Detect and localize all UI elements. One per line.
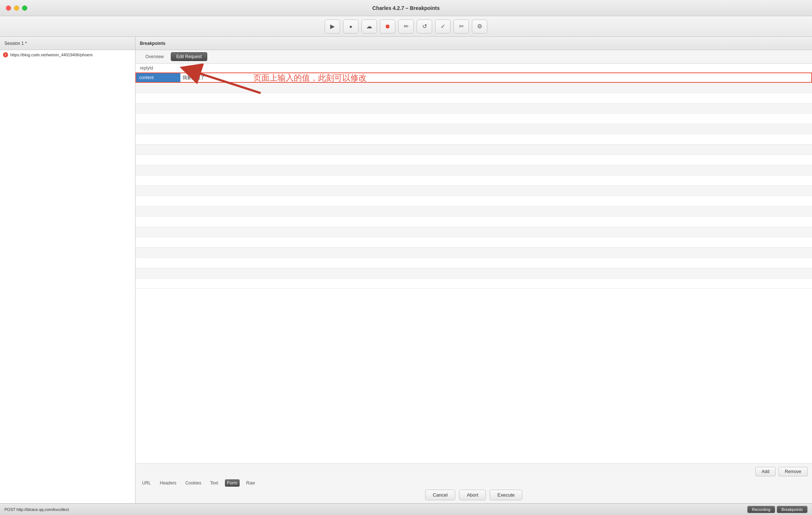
- main-layout: Session 1 * ! https://blog.csdn.net/weix…: [0, 37, 812, 503]
- tab-overview[interactable]: Overview: [140, 52, 169, 61]
- empty-row: [135, 227, 812, 237]
- tab-edit-request[interactable]: Edit Request: [171, 52, 207, 61]
- maximize-button[interactable]: [22, 6, 27, 11]
- form-key-content: content: [136, 73, 180, 82]
- status-buttons: Recording Breakpoints: [747, 506, 808, 513]
- record-icon[interactable]: ●: [343, 19, 359, 33]
- empty-row: [135, 103, 812, 114]
- recording-button[interactable]: Recording: [747, 506, 775, 513]
- session-header: Session 1 *: [0, 37, 135, 50]
- breakpoint-icon[interactable]: ⏺: [380, 19, 395, 33]
- empty-row: [135, 206, 812, 217]
- remove-button[interactable]: Remove: [779, 467, 808, 476]
- execute-button[interactable]: Execute: [490, 490, 522, 500]
- left-panel: Session 1 * ! https://blog.csdn.net/weix…: [0, 37, 135, 503]
- status-bar: POST http://btrace.qq.com/kvcollect Reco…: [0, 503, 812, 515]
- edit-icon[interactable]: ✏: [398, 19, 414, 33]
- empty-row: [135, 124, 812, 134]
- tab-url[interactable]: URL: [140, 479, 153, 487]
- empty-row: [135, 114, 812, 124]
- empty-row: [135, 196, 812, 206]
- empty-row: [135, 83, 812, 93]
- refresh-icon[interactable]: ↺: [417, 19, 432, 33]
- form-row-content: content: [135, 72, 812, 83]
- tab-raw[interactable]: Raw: [244, 479, 257, 487]
- empty-row: [135, 93, 812, 103]
- window-title: Charles 4.2.7 – Breakpoints: [373, 5, 440, 11]
- empty-row: [135, 248, 812, 258]
- minimize-button[interactable]: [14, 6, 19, 11]
- breakpoints-title: Breakpoints: [140, 41, 165, 46]
- empty-row: [135, 134, 812, 145]
- cancel-button[interactable]: Cancel: [425, 490, 455, 500]
- empty-row: [135, 217, 812, 227]
- right-panel-header: Breakpoints: [135, 37, 812, 50]
- empty-row: [135, 145, 812, 155]
- empty-row: [135, 258, 812, 268]
- format-tabs-row: URL Headers Cookies Text Form Raw: [140, 479, 808, 487]
- form-rows: content: [135, 72, 812, 289]
- bottom-controls: Add Remove URL Headers Cookies Text Form…: [135, 464, 812, 503]
- status-text: POST http://btrace.qq.com/kvcollect: [4, 507, 69, 512]
- format-tabs: URL Headers Cookies Text Form Raw: [140, 479, 257, 487]
- empty-row: [135, 186, 812, 196]
- add-remove-row: Add Remove: [140, 467, 808, 476]
- action-buttons-row: Cancel Abort Execute: [140, 490, 808, 500]
- empty-row: [135, 237, 812, 248]
- abort-button[interactable]: Abort: [459, 490, 486, 500]
- empty-row: [135, 165, 812, 175]
- add-button[interactable]: Add: [755, 467, 776, 476]
- url-text: https://blog.csdn.net/weixin_44019406/ph…: [10, 53, 92, 57]
- empty-row: [135, 268, 812, 278]
- settings-icon[interactable]: ⚙: [472, 19, 487, 33]
- empty-row: [135, 175, 812, 186]
- tab-cookies[interactable]: Cookies: [183, 479, 203, 487]
- right-panel: Breakpoints Overview Edit Request replyI…: [135, 37, 812, 503]
- cloud-icon[interactable]: ☁: [361, 19, 377, 33]
- error-icon: !: [3, 52, 8, 57]
- empty-row: [135, 278, 812, 289]
- title-bar: Charles 4.2.7 – Breakpoints: [0, 0, 812, 16]
- session-list: ! https://blog.csdn.net/weixin_44019406/…: [0, 50, 135, 503]
- url-list-item[interactable]: ! https://blog.csdn.net/weixin_44019406/…: [0, 50, 135, 60]
- form-area: replyId content: [135, 64, 812, 464]
- empty-row: [135, 155, 812, 165]
- check-icon[interactable]: ✓: [435, 19, 451, 33]
- form-value-content[interactable]: [180, 73, 811, 82]
- session-tab-label[interactable]: Session 1 *: [4, 41, 27, 46]
- tab-headers[interactable]: Headers: [158, 479, 179, 487]
- tools-icon[interactable]: ✂: [453, 19, 469, 33]
- tab-bar: Overview Edit Request: [135, 50, 812, 64]
- arrow-right-icon[interactable]: ▶: [325, 19, 340, 33]
- form-label: replyId: [135, 64, 812, 72]
- close-button[interactable]: [6, 6, 11, 11]
- tab-text[interactable]: Text: [208, 479, 220, 487]
- toolbar: ▶ ● ☁ ⏺ ✏ ↺ ✓ ✂ ⚙: [0, 16, 812, 37]
- tab-form[interactable]: Form: [225, 479, 240, 487]
- traffic-lights: [6, 6, 27, 11]
- breakpoints-button[interactable]: Breakpoints: [777, 506, 808, 513]
